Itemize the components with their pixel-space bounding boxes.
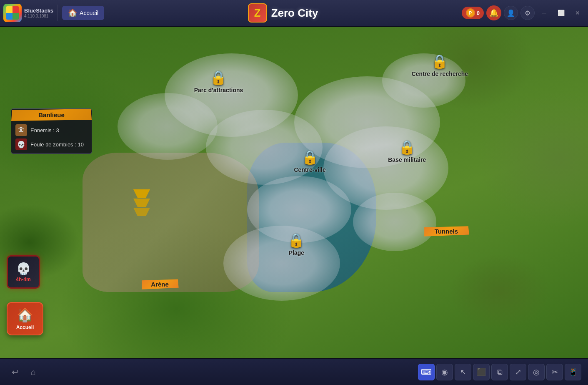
keyboard-icon: ⌨: [421, 367, 432, 377]
location-parc-name: Parc d'attractions: [194, 87, 243, 93]
multi-button[interactable]: ⧉: [491, 364, 508, 380]
coin-icon: P: [466, 8, 475, 18]
keyboard-button[interactable]: ⌨: [418, 364, 435, 380]
game-icon-letter: Z: [254, 7, 261, 20]
settings-button[interactable]: ⚙: [520, 6, 535, 20]
location-centre-ville[interactable]: 🔒 Centre-ville: [294, 149, 326, 173]
timer-badge[interactable]: 💀 4h-4m: [7, 255, 40, 289]
eye-button[interactable]: ◉: [436, 364, 453, 380]
bluestacks-version: 4.110.0.1081: [24, 14, 53, 18]
tunnels-label: Tunnels: [435, 228, 458, 235]
bell-icon: 🔔: [489, 8, 498, 18]
location-base-militaire[interactable]: 🔒 Base militaire: [388, 139, 426, 163]
bluestacks-logo: [3, 4, 22, 22]
zombie-icon: 💀: [15, 138, 27, 150]
banlieue-row-enemies: 🏚 Ennemis : 3: [15, 124, 88, 136]
eye-icon: ◉: [441, 367, 448, 377]
camera-icon: ⬛: [477, 367, 486, 377]
timer-text: 4h-4m: [16, 277, 30, 282]
gear-icon: ⚙: [525, 9, 530, 17]
minimize-button[interactable]: ─: [537, 6, 551, 20]
home-nav-button[interactable]: ⌂: [25, 364, 42, 380]
coin-count: 0: [477, 10, 480, 16]
game-title-area: Z Zero City: [107, 3, 459, 23]
enemies-label: Ennemis : 3: [30, 127, 59, 133]
rank-chevrons: [133, 189, 150, 216]
banlieue-popup[interactable]: Banlieue 🏚 Ennemis : 3 💀 Foule de zombie…: [11, 108, 92, 154]
game-map[interactable]: 🔒 Parc d'attractions 🔒 Centre de recherc…: [0, 27, 588, 358]
garage-icon: 🏚: [15, 124, 27, 136]
banlieue-title: Banlieue: [38, 111, 65, 118]
chevron-2: [133, 199, 150, 207]
multi-icon: ⧉: [497, 368, 503, 377]
location-centre-recherche-name: Centre de recherche: [412, 70, 468, 77]
scissors-button[interactable]: ✂: [546, 364, 563, 380]
location-parc-attractions[interactable]: 🔒 Parc d'attractions: [194, 70, 243, 93]
banlieue-row-zombies: 💀 Foule de zombies : 10: [15, 138, 88, 150]
cursor-button[interactable]: ↖: [455, 364, 471, 380]
home-nav-icon: ⌂: [31, 367, 36, 377]
game-title-text: Zero City: [271, 7, 318, 20]
phone-button[interactable]: 📱: [565, 364, 581, 380]
home-building-button[interactable]: 🏠 Accueil: [7, 302, 43, 335]
pin-button[interactable]: ◎: [528, 364, 545, 380]
notification-button[interactable]: 🔔: [486, 5, 501, 20]
bluestacks-name: BlueStacks: [24, 8, 53, 14]
main-area: 🔒 Parc d'attractions 🔒 Centre de recherc…: [0, 27, 588, 385]
title-controls: P 0 🔔 👤 ⚙ ─ ⬜ ✕: [462, 5, 585, 20]
bluestacks-info: BlueStacks 4.110.0.1081: [24, 8, 53, 18]
expand-button[interactable]: ⤢: [510, 364, 526, 380]
back-button[interactable]: ↩: [7, 364, 23, 380]
lock-icon: 🔒: [288, 232, 305, 248]
phone-icon: 📱: [568, 367, 578, 377]
cursor-icon: ↖: [460, 367, 466, 377]
nav-home-label: Accueil: [80, 10, 98, 16]
lock-icon: 🔒: [399, 139, 415, 155]
location-centre-ville-name: Centre-ville: [294, 166, 326, 173]
back-icon: ↩: [12, 367, 19, 377]
account-button[interactable]: 👤: [504, 6, 518, 20]
home-building-label: Accueil: [16, 325, 34, 330]
pin-icon: ◎: [533, 367, 540, 377]
location-base-militaire-name: Base militaire: [388, 156, 426, 163]
map-city: [83, 153, 259, 292]
expand-icon: ⤢: [515, 367, 521, 377]
camera-button[interactable]: ⬛: [473, 364, 490, 380]
banlieue-header: Banlieue: [11, 109, 92, 121]
skull-icon: 💀: [16, 262, 31, 276]
lock-icon: 🔒: [431, 53, 448, 69]
title-divider: [58, 5, 58, 21]
arene-label: Arène: [151, 281, 169, 288]
chevron-3: [133, 208, 150, 216]
coin-badge[interactable]: P 0: [462, 7, 484, 19]
location-plage-name: Plage: [289, 249, 304, 256]
lock-icon: 🔒: [210, 70, 227, 86]
location-plage[interactable]: 🔒 Plage: [288, 232, 305, 256]
scissors-icon: ✂: [552, 367, 558, 377]
location-centre-recherche[interactable]: 🔒 Centre de recherche: [412, 53, 468, 77]
title-bar: BlueStacks 4.110.0.1081 🏠 Accueil Z Zero…: [0, 0, 588, 27]
chevron-1: [133, 189, 150, 198]
home-icon: 🏠: [68, 8, 77, 18]
building-icon: 🏠: [17, 307, 33, 323]
zombies-label: Foule de zombies : 10: [30, 141, 84, 148]
lock-icon: 🔒: [302, 149, 318, 165]
banlieue-body: 🏚 Ennemis : 3 💀 Foule de zombies : 10: [11, 121, 92, 153]
restore-button[interactable]: ⬜: [554, 6, 568, 20]
nav-home-button[interactable]: 🏠 Accueil: [62, 6, 104, 20]
account-icon: 👤: [507, 9, 515, 17]
game-icon: Z: [248, 3, 267, 23]
bottom-toolbar: ↩ ⌂ ⌨ ◉ ↖ ⬛ ⧉ ⤢ ◎ ✂ 📱: [0, 358, 588, 385]
close-button[interactable]: ✕: [570, 6, 585, 20]
